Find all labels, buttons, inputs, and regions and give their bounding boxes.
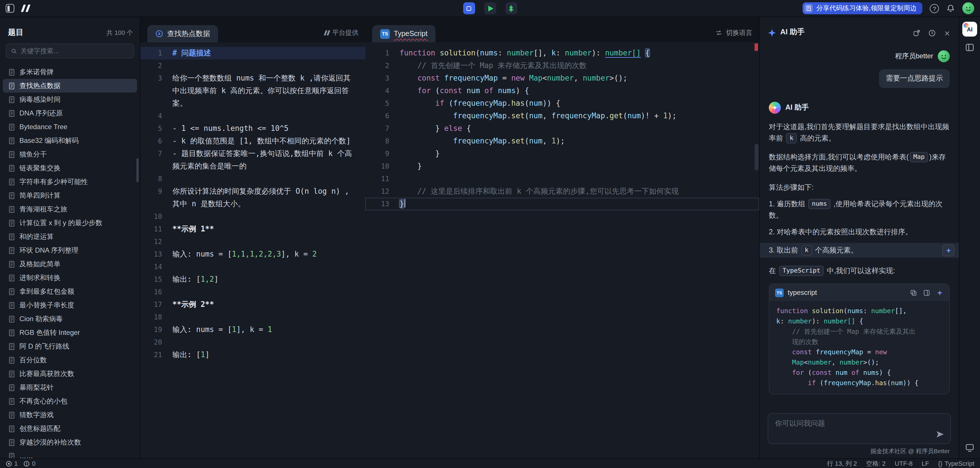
problem-list-item[interactable]: 百分位数 [3,353,137,367]
ai-question-input[interactable] [768,414,950,443]
sidebar-toggle-icon[interactable] [6,4,14,13]
code-line: 8 frequencyMap.set(num, 1); [365,135,759,147]
problem-content[interactable]: 1# 问题描述23给你一个整数数组 nums 和一个整数 k ,请你返回其中出现… [140,42,365,458]
ai-paragraph: 对于这道题,我们首先要理解题目要求是找出数组中出现频率前 k 高的元素。 [769,121,950,144]
assistant-message-body: 对于这道题,我们首先要理解题目要求是找出数组中出现频率前 k 高的元素。数据结构… [769,121,950,276]
code-line: 12 [140,235,365,248]
line-number: 12 [140,235,172,248]
dock-icon[interactable] [964,442,975,452]
problem-list-item[interactable]: 计算位置 x 到 y 的最少步数 [3,216,137,230]
indentation[interactable]: 空格: 2 [866,459,886,468]
ai-panel-header: AI 助手 [760,17,959,42]
code-line: 19输入: nums = [1], k = 1 [140,323,365,336]
error-marker [754,43,758,51]
code-block-language: typescript [788,289,817,297]
ai-paragraph: 在 TypeScript 中,我们可以这样实现: [769,265,950,276]
user-avatar[interactable] [962,2,974,14]
problem-list-item[interactable]: 比赛最高获胜次数 [3,367,137,380]
app-window: 分享代码练习体验,领限量定制周边 ? 题目 共 100 个 多米诺骨牌查找热点数… [0,0,980,468]
code-line: // 首先创建一个 Map 来存储元素及其出 [776,326,942,337]
line-number: 5 [140,122,172,135]
line-number: 15 [140,273,172,286]
search-input[interactable] [21,48,129,54]
document-icon [8,178,16,185]
problem-list-item[interactable]: Cion 勒索病毒 [3,312,137,326]
run-button[interactable] [484,2,496,14]
sidebar-scrollbar[interactable] [137,158,139,182]
problem-list-item[interactable]: 创意标题匹配 [3,422,137,435]
problem-list-item[interactable]: …… [3,449,137,458]
send-icon[interactable] [935,430,945,439]
document-icon [8,82,16,89]
warnings-counter[interactable]: 0 [24,460,35,467]
problem-list-item[interactable]: 字符串有多少种可能性 [3,175,137,188]
user-name: 程序员better [895,51,933,61]
code-line: 现的次数 [776,337,942,347]
problem-list-item[interactable]: RGB 色值转 Integer [3,326,137,339]
insert-panel-icon[interactable] [923,289,930,296]
document-icon [8,315,16,323]
close-icon[interactable] [943,29,951,37]
export-icon[interactable] [913,29,921,37]
problem-list-item[interactable]: 及格如此简单 [3,257,137,271]
statusbar-right: 行 13, 列 2 空格: 2 UTF-8 LF {} TypeScript [827,459,974,468]
problem-list-item[interactable]: 拿到最多红包金额 [3,284,137,298]
help-icon[interactable]: ? [930,4,939,13]
history-icon[interactable] [928,29,936,37]
problem-list-item[interactable]: 最小替换子串长度 [3,298,137,312]
document-icon [8,137,16,144]
swap-arrows-icon [715,29,722,37]
problem-list-item[interactable]: 多米诺骨牌 [3,65,137,79]
problem-list-item[interactable]: Bytedance Tree [3,120,137,134]
problem-list-item[interactable]: DNA 序列还原 [3,106,137,120]
magic-sparkle-icon[interactable] [936,289,943,296]
problem-list-item-label: Cion 勒索病毒 [19,314,63,324]
code-line: 5 if (frequencyMap.has(num)) { [365,97,759,110]
bell-icon[interactable] [946,4,955,13]
code-line: 2 [140,59,365,72]
ai-panel-title: AI 助手 [780,27,805,37]
promo-banner[interactable]: 分享代码练习体验,领限量定制周边 [803,2,922,14]
problem-list-item-label: 计算位置 x 到 y 的最少步数 [19,218,102,228]
errors-counter[interactable]: 1 [6,460,18,467]
cursor-position[interactable]: 行 13, 列 2 [827,459,857,468]
tab-problem[interactable]: 查找热点数据 [147,25,218,42]
code-editor-content[interactable]: 1function solution(nums: number[], k: nu… [365,42,759,458]
problem-list-item[interactable]: 猜数字游戏 [3,408,137,422]
problem-list-item[interactable]: 简单四则计算 [3,188,137,202]
problem-list-item-label: 猜数字游戏 [19,410,54,420]
switch-language-button[interactable]: 切换语言 [715,29,752,37]
problem-list-item[interactable]: 进制求和转换 [3,271,137,284]
encoding[interactable]: UTF-8 [895,460,912,467]
document-icon [8,439,16,446]
plugin-panel-icon[interactable] [964,42,975,53]
document-icon [8,288,16,295]
problem-list-item[interactable]: 不再贪心的小包 [3,394,137,408]
problem-list: 多米诺骨牌查找热点数据病毒感染时间DNA 序列还原Bytedance TreeB… [0,64,140,458]
problem-list-item[interactable]: 链表聚集交换 [3,161,137,175]
tab-typescript[interactable]: TS TypeScript [372,25,436,42]
code-line: 12 // 这里是后续排序和取出前 k 个高频元素的步骤,您可以先思考一下如何实… [365,185,759,198]
ai-logo-badge[interactable]: AI [962,22,977,37]
document-icon [8,356,16,364]
debug-button[interactable] [463,2,475,14]
problem-list-item[interactable]: 青海湖租车之旅 [3,202,137,216]
problem-list-item[interactable]: Base32 编码和解码 [3,134,137,147]
submit-button[interactable] [505,2,517,14]
sidebar-header: 题目 共 100 个 [0,17,140,43]
problem-list-item[interactable]: 病毒感染时间 [3,93,137,106]
problem-list-item[interactable]: 阿 D 的飞行路线 [3,339,137,353]
language-mode[interactable]: {} TypeScript [938,460,974,467]
problem-list-item[interactable]: 猫鱼分干 [3,147,137,161]
code-line: 7 } else { [365,122,759,135]
eol-indicator[interactable]: LF [922,460,929,467]
editor-scrollbar[interactable] [754,144,759,170]
problem-list-item[interactable]: 环状 DNA 序列整理 [3,243,137,257]
problem-list-item[interactable]: 和的逆运算 [3,230,137,243]
copy-icon[interactable] [910,289,917,296]
problem-list-item[interactable]: 暴雨梨花针 [3,380,137,394]
line-number: 20 [140,336,172,348]
problem-list-item[interactable]: 穿越沙漠的补给次数 [3,435,137,449]
insert-hint-button[interactable] [942,244,954,256]
problem-list-item[interactable]: 查找热点数据 [3,79,137,93]
